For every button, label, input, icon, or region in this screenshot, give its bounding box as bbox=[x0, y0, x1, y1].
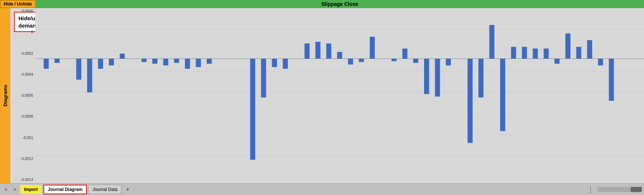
svg-rect-28 bbox=[305, 43, 310, 58]
y-label-1: 0 bbox=[11, 31, 35, 34]
svg-rect-27 bbox=[283, 58, 288, 68]
y-label-7: -0.0012 bbox=[11, 157, 35, 161]
svg-rect-15 bbox=[109, 58, 114, 65]
svg-rect-12 bbox=[76, 58, 81, 79]
svg-rect-37 bbox=[413, 58, 418, 63]
y-label-3: -0.0004 bbox=[11, 73, 35, 77]
y-label-8: -0.0014 bbox=[11, 178, 35, 182]
svg-rect-36 bbox=[402, 49, 408, 58]
svg-rect-54 bbox=[609, 58, 614, 101]
svg-rect-51 bbox=[576, 47, 581, 58]
svg-rect-48 bbox=[544, 49, 549, 58]
svg-rect-50 bbox=[565, 33, 570, 59]
svg-rect-38 bbox=[424, 58, 429, 94]
svg-rect-30 bbox=[326, 43, 331, 58]
svg-rect-53 bbox=[598, 58, 603, 65]
add-tab-button[interactable]: + bbox=[123, 186, 132, 193]
three-dots-menu[interactable]: ⋮ bbox=[585, 185, 596, 194]
sidebar-label: Diagrams bbox=[3, 85, 8, 106]
svg-rect-40 bbox=[446, 58, 451, 65]
hide-unhide-button[interactable]: Hide / Unhide bbox=[0, 0, 36, 8]
svg-rect-16 bbox=[120, 54, 125, 59]
import-tab[interactable]: Import bbox=[20, 185, 42, 194]
svg-rect-14 bbox=[98, 58, 103, 68]
journal-diagram-tab[interactable]: Journal Diagram bbox=[43, 185, 87, 194]
svg-rect-26 bbox=[272, 58, 277, 67]
svg-rect-13 bbox=[87, 58, 92, 92]
svg-rect-23 bbox=[207, 58, 212, 64]
svg-rect-21 bbox=[185, 58, 190, 68]
svg-rect-33 bbox=[359, 58, 364, 62]
svg-rect-10 bbox=[44, 58, 49, 68]
svg-rect-34 bbox=[370, 37, 375, 59]
svg-rect-11 bbox=[54, 58, 60, 63]
svg-rect-44 bbox=[500, 58, 505, 131]
nav-next-button[interactable]: > bbox=[11, 186, 18, 193]
nav-prev-button[interactable]: < bbox=[2, 186, 10, 193]
svg-rect-32 bbox=[348, 58, 353, 64]
svg-rect-19 bbox=[163, 58, 168, 65]
y-label-0: 0.0006 bbox=[11, 10, 35, 13]
scroll-thumb[interactable] bbox=[631, 187, 642, 192]
svg-rect-42 bbox=[478, 58, 484, 97]
bars-svg: 2 3 5 9 11 12 13 21 23 26 28 30 31 32 35… bbox=[35, 8, 644, 177]
bottom-bar: < > Import Journal Diagram Journal Data … bbox=[0, 183, 644, 195]
svg-rect-52 bbox=[587, 40, 592, 58]
chart-title: Slippage Close bbox=[36, 0, 644, 8]
journal-data-tab[interactable]: Journal Data bbox=[88, 185, 121, 194]
svg-rect-46 bbox=[522, 47, 527, 58]
y-label-4: -0.0006 bbox=[11, 94, 35, 98]
svg-rect-35 bbox=[391, 58, 396, 61]
main-content: Diagrams Hide/unhide diagram on demand! … bbox=[0, 8, 644, 183]
svg-rect-24 bbox=[250, 58, 255, 160]
svg-rect-39 bbox=[435, 58, 440, 96]
svg-rect-41 bbox=[467, 58, 473, 143]
svg-rect-18 bbox=[152, 58, 157, 64]
y-axis: 0.0006 0 -0.0002 -0.0004 -0.0006 -0.0008… bbox=[10, 8, 35, 183]
svg-rect-25 bbox=[261, 58, 266, 97]
chart-area: Hide/unhide diagram on demand! 'Slippage… bbox=[10, 8, 644, 183]
left-sidebar: Diagrams bbox=[0, 8, 10, 183]
svg-rect-17 bbox=[142, 58, 147, 62]
svg-rect-31 bbox=[337, 52, 342, 58]
y-label-5: -0.0008 bbox=[11, 115, 35, 118]
svg-rect-20 bbox=[174, 58, 179, 63]
svg-rect-22 bbox=[196, 58, 201, 67]
svg-rect-29 bbox=[315, 42, 320, 59]
chart-plot: 2 3 5 9 11 12 13 21 23 26 28 30 31 32 35… bbox=[35, 8, 644, 177]
svg-rect-49 bbox=[555, 58, 560, 64]
y-label-2: -0.0002 bbox=[11, 52, 35, 56]
y-label-6: -0.001 bbox=[11, 136, 35, 140]
svg-rect-47 bbox=[533, 49, 538, 58]
top-bar: Hide / Unhide Slippage Close bbox=[0, 0, 644, 8]
svg-rect-43 bbox=[489, 25, 494, 59]
svg-rect-45 bbox=[511, 47, 516, 58]
scroll-bar[interactable] bbox=[598, 187, 642, 192]
